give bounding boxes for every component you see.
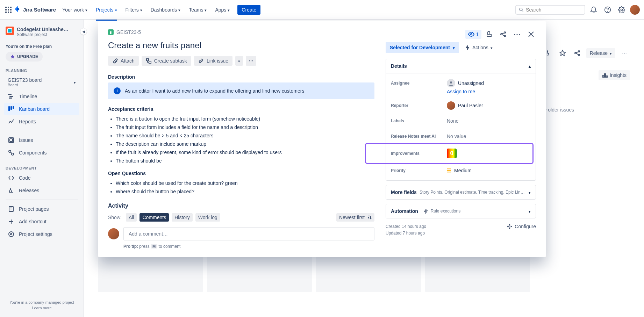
field-labels[interactable]: Labels None [386,113,536,129]
notifications-icon[interactable] [588,4,599,15]
open-questions-list[interactable]: Which color should be used for the creat… [108,179,374,196]
menu-filters[interactable]: Filters [122,5,146,15]
svg-point-44 [504,32,506,33]
svg-rect-4 [8,9,9,10]
activity-label: Activity [108,203,374,209]
add-more-button[interactable]: ⋯ [246,56,256,66]
close-icon[interactable] [525,28,537,41]
issue-modal-backdrop: 1 ⋯ ▮ GEIST23-5 Create a new fruits pane… [0,20,644,317]
menu-your-work[interactable]: Your work [59,5,91,15]
svg-rect-1 [8,7,9,8]
attach-button[interactable]: Attach [108,56,139,66]
svg-line-46 [502,33,504,34]
more-actions-icon[interactable]: ⋯ [511,28,523,41]
pro-tip: Pro tip: press M to comment [123,244,374,249]
svg-rect-5 [10,9,12,10]
info-text: As an editor I want to add new fruits to… [125,88,304,94]
comment-input[interactable]: Add a comment… [123,227,374,240]
info-icon: i [114,87,121,94]
chevron-down-icon [529,189,531,195]
svg-rect-7 [8,12,9,13]
search-input[interactable] [526,7,582,13]
share-icon[interactable] [497,28,509,41]
improvements-icon: 0 [447,149,457,158]
chevron-down-icon [453,45,455,50]
field-release-notes-ai[interactable]: Release Notes meet AI No value [386,129,536,144]
jira-logo[interactable]: Jira Software [14,6,56,14]
details-panel: Details Assignee Unassigned Assign to me… [386,59,536,181]
tab-comments[interactable]: Comments [139,213,169,222]
watch-icon [468,31,474,37]
global-search[interactable] [515,5,585,15]
profile-avatar[interactable] [630,5,640,15]
svg-rect-0 [5,7,7,8]
menu-apps[interactable]: Apps [212,5,233,15]
svg-rect-50 [146,59,149,61]
svg-line-47 [502,35,504,36]
field-reporter[interactable]: Reporter Paul Pasler [386,98,536,113]
kbd-m: M [151,244,157,248]
acceptance-list[interactable]: There is a button to open the fruit inpu… [108,115,374,165]
list-item: The name should be > 5 and < 25 characte… [116,131,374,140]
link-issue-button[interactable]: Link issue [194,56,232,66]
created-date: Created 14 hours ago [386,223,426,230]
create-subtask-button[interactable]: Create subtask [142,56,191,66]
vote-icon[interactable] [483,28,495,41]
list-item: There is a button to open the fruit inpu… [116,115,374,123]
settings-icon[interactable] [616,4,627,15]
svg-point-45 [504,35,506,37]
status-dropdown[interactable]: Selected for Development [386,42,459,53]
svg-point-56 [509,226,510,227]
actions-dropdown[interactable]: Actions [463,43,494,52]
list-item: Where should the button be placed? [116,187,374,196]
list-item: The fruit input form includes a field fo… [116,123,374,131]
sort-newest-button[interactable]: Newest first [336,213,374,222]
tab-history[interactable]: History [172,213,193,222]
bolt-icon [423,208,429,214]
menu-dashboards[interactable]: Dashboards [147,5,184,15]
chevron-up-icon [529,63,531,69]
priority-medium-icon: ☰ [447,168,451,173]
field-priority[interactable]: Priority ☰ Medium [386,163,536,178]
help-icon[interactable] [602,4,613,15]
show-label: Show: [108,215,122,220]
svg-point-55 [450,81,452,84]
tab-all[interactable]: All [126,213,137,222]
search-icon [519,7,524,13]
automation-panel[interactable]: Automation Rule executions [386,204,536,218]
user-avatar [108,228,119,239]
issue-key-link[interactable]: GEIST23-5 [116,29,141,35]
sort-icon [367,215,372,220]
gear-icon [506,223,513,230]
list-item: The button should be [116,157,374,165]
subtask-icon [146,58,151,64]
svg-point-13 [621,9,623,10]
details-header[interactable]: Details [386,59,536,73]
field-improvements[interactable]: Improvements 0 [386,145,532,162]
link-dropdown-button[interactable] [235,56,243,66]
configure-button[interactable]: Configure [506,223,536,230]
watch-button[interactable]: 1 [465,30,481,39]
updated-date: Updated 7 hours ago [386,230,426,237]
list-item: The description can include some markup [116,140,374,148]
logo-text: Jira Software [23,7,56,13]
more-fields-panel[interactable]: More fields Story Points, Original estim… [386,185,536,200]
create-button[interactable]: Create [237,5,260,15]
top-nav: Jira Software Your work Projects Filters… [0,0,644,20]
tab-worklog[interactable]: Work log [195,213,220,222]
svg-rect-51 [149,61,151,63]
acceptance-label: Acceptance criteria [108,106,374,112]
svg-point-42 [471,34,472,35]
menu-teams[interactable]: Teams [185,5,210,15]
svg-rect-2 [10,7,12,8]
app-switcher-icon[interactable] [4,6,13,14]
issue-modal: 1 ⋯ ▮ GEIST23-5 Create a new fruits pane… [98,21,546,257]
assign-to-me-link[interactable]: Assign to me [386,89,536,98]
issue-title[interactable]: Create a new fruits panel [108,41,374,50]
svg-rect-8 [10,12,12,13]
info-panel[interactable]: i As an editor I want to add new fruits … [108,82,374,99]
story-icon: ▮ [108,29,114,35]
list-item: If the fruit is already present, some ki… [116,148,374,157]
menu-projects[interactable]: Projects [92,5,121,15]
svg-rect-3 [5,9,7,10]
